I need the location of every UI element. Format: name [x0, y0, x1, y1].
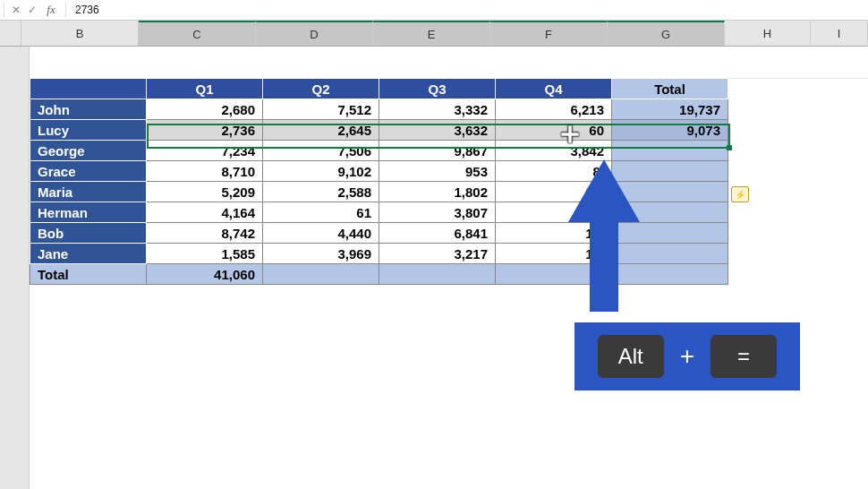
col-header-d[interactable]: D	[256, 21, 373, 46]
cancel-formula-button[interactable]: ✕	[8, 4, 24, 16]
col-header-f[interactable]: F	[490, 21, 608, 46]
row-name[interactable]: John	[30, 99, 147, 120]
select-all-corner[interactable]	[0, 21, 21, 46]
header-corner[interactable]	[30, 79, 147, 99]
cell[interactable]: 7,234	[147, 141, 263, 161]
cell[interactable]: 6,213	[496, 99, 612, 120]
table-row: Jane 1,585 3,969 3,217 1,5	[30, 244, 728, 264]
table-row: Lucy 2,736 2,645 3,632 60 9,073	[30, 120, 728, 141]
row-name[interactable]: Bob	[30, 223, 147, 244]
cell[interactable]: 1,5	[496, 244, 612, 264]
cell[interactable]: 3,807	[379, 202, 496, 223]
cell-total[interactable]	[612, 202, 728, 223]
col-header-b[interactable]: B	[21, 21, 139, 46]
cell[interactable]: 3,217	[379, 244, 496, 264]
row-total-label[interactable]: Total	[30, 264, 147, 285]
divider	[4, 3, 4, 17]
cell-col-total[interactable]: 41,060	[147, 264, 263, 285]
formula-bar: ✕ ✓ fx 2736	[0, 0, 868, 21]
header-q4[interactable]: Q4	[496, 79, 612, 99]
cell[interactable]: 3,969	[263, 244, 379, 264]
key-alt: Alt	[598, 335, 664, 378]
cell[interactable]: 61	[263, 202, 379, 223]
row-name[interactable]: Jane	[30, 244, 147, 264]
cell-total[interactable]	[612, 244, 728, 264]
cell[interactable]: 3,842	[496, 141, 612, 161]
cell[interactable]: 2,8	[496, 202, 612, 223]
cell[interactable]: 8,710	[147, 161, 263, 182]
cell[interactable]: 8,	[496, 161, 612, 182]
cell[interactable]: 2,645	[263, 120, 379, 141]
grid-area: Q1 Q2 Q3 Q4 Total John 2,680 7,512 3,332…	[0, 47, 868, 489]
cell[interactable]: 953	[379, 161, 496, 182]
table-row: John 2,680 7,512 3,332 6,213 19,737	[30, 99, 728, 120]
cells-area[interactable]: Q1 Q2 Q3 Q4 Total John 2,680 7,512 3,332…	[30, 47, 868, 489]
data-table[interactable]: Q1 Q2 Q3 Q4 Total John 2,680 7,512 3,332…	[30, 78, 728, 285]
column-headers: B C D E F G H I	[0, 21, 868, 47]
header-row: Q1 Q2 Q3 Q4 Total	[30, 79, 728, 99]
quick-analysis-icon[interactable]	[731, 186, 749, 202]
cell[interactable]: 1,802	[379, 182, 496, 202]
col-header-g[interactable]: G	[608, 21, 725, 46]
cell[interactable]: 7,512	[263, 99, 379, 120]
cell-col-total[interactable]	[379, 264, 496, 285]
cell[interactable]: 1,585	[147, 244, 263, 264]
fx-button[interactable]: fx	[40, 3, 62, 17]
keyboard-hint: Alt + =	[574, 322, 800, 390]
confirm-formula-button[interactable]: ✓	[24, 4, 40, 16]
cell-total[interactable]	[612, 182, 728, 202]
col-header-c[interactable]: C	[139, 21, 256, 46]
cell[interactable]: 3,632	[379, 120, 496, 141]
row-name[interactable]: George	[30, 141, 147, 161]
cell[interactable]: 2,736	[147, 120, 263, 141]
cell[interactable]: 3,332	[379, 99, 496, 120]
table-row: Maria 5,209 2,588 1,802 6,9	[30, 182, 728, 202]
header-q3[interactable]: Q3	[379, 79, 496, 99]
cell-col-total[interactable]	[496, 264, 612, 285]
row-name[interactable]: Grace	[30, 161, 147, 182]
cell[interactable]: 1,1	[496, 223, 612, 244]
cell-total[interactable]	[612, 161, 728, 182]
col-header-h[interactable]: H	[725, 21, 811, 46]
cell-total[interactable]: 9,073	[612, 120, 728, 141]
table-row: Grace 8,710 9,102 953 8,	[30, 161, 728, 182]
cell-col-total[interactable]	[612, 264, 728, 285]
formula-input[interactable]: 2736	[70, 4, 99, 16]
table-row: Bob 8,742 4,440 6,841 1,1	[30, 223, 728, 244]
col-header-i[interactable]: I	[811, 21, 868, 46]
total-row: Total 41,060	[30, 264, 728, 285]
row-headers[interactable]	[0, 47, 30, 489]
cell-col-total[interactable]	[263, 264, 379, 285]
cell[interactable]: 9,102	[263, 161, 379, 182]
cell-total[interactable]: 19,737	[612, 99, 728, 120]
cell[interactable]: 2,680	[147, 99, 263, 120]
col-header-e[interactable]: E	[373, 21, 490, 46]
cell[interactable]: 4,440	[263, 223, 379, 244]
cell[interactable]: 7,506	[263, 141, 379, 161]
table-row: Herman 4,164 61 3,807 2,8	[30, 202, 728, 223]
header-total[interactable]: Total	[612, 79, 728, 99]
divider	[65, 3, 66, 17]
cell[interactable]: 4,164	[147, 202, 263, 223]
header-q2[interactable]: Q2	[263, 79, 379, 99]
row-name[interactable]: Lucy	[30, 120, 147, 141]
cell-total[interactable]	[612, 223, 728, 244]
cell[interactable]: 5,209	[147, 182, 263, 202]
header-q1[interactable]: Q1	[147, 79, 263, 99]
row-name[interactable]: Herman	[30, 202, 147, 223]
cell-total[interactable]	[612, 141, 728, 161]
cell[interactable]: 8,742	[147, 223, 263, 244]
cell[interactable]: 6,841	[379, 223, 496, 244]
plus-icon: +	[680, 342, 694, 371]
cell[interactable]: 2,588	[263, 182, 379, 202]
cell[interactable]: 60	[496, 120, 612, 141]
cell[interactable]: 9,867	[379, 141, 496, 161]
table-row: George 7,234 7,506 9,867 3,842	[30, 141, 728, 161]
key-equals: =	[711, 335, 777, 378]
row-name[interactable]: Maria	[30, 182, 147, 202]
cell[interactable]: 6,9	[496, 182, 612, 202]
spreadsheet-app: ✕ ✓ fx 2736 B C D E F G H I Q1 Q2	[0, 0, 868, 489]
